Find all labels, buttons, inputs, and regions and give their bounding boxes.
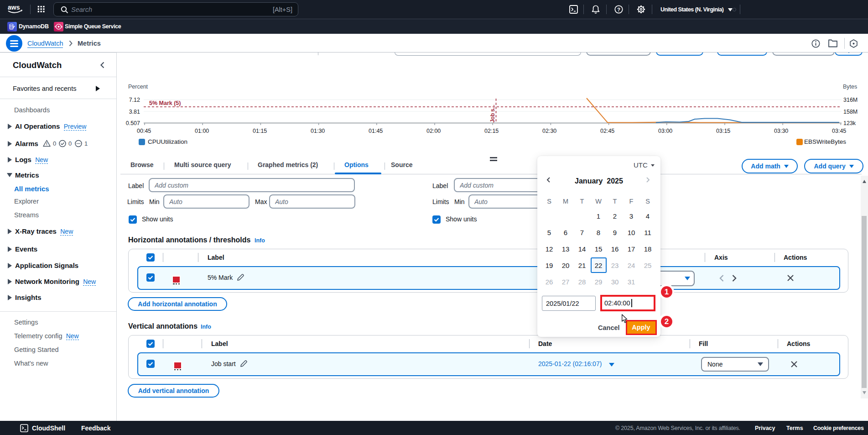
svg-text:?: ? (617, 7, 620, 12)
svg-text:1: 1 (84, 140, 88, 147)
svg-text:!: ! (46, 142, 47, 146)
svg-text:0: 0 (68, 140, 72, 147)
svg-text:0: 0 (53, 140, 56, 147)
svg-text:Job s...: Job s... (489, 105, 496, 123)
svg-text:5% Mark (5): 5% Mark (5) (149, 100, 181, 106)
svg-text:aws: aws (8, 4, 20, 11)
